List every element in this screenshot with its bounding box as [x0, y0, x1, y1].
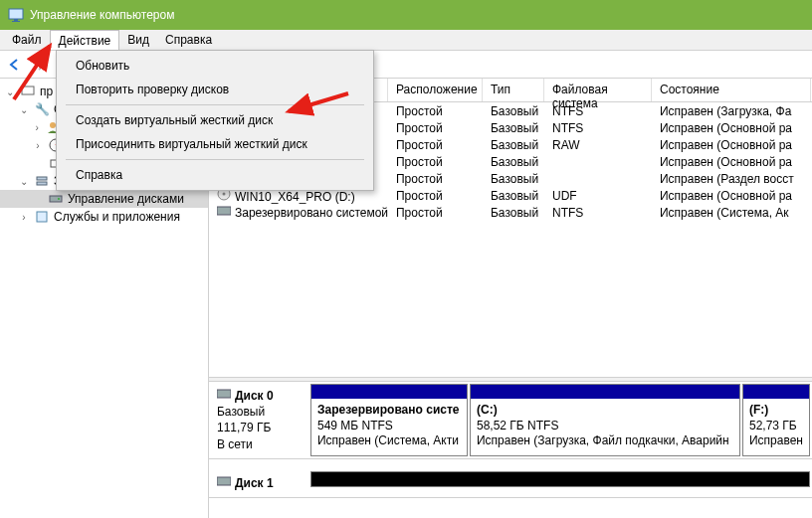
window-title: Управление компьютером	[30, 8, 174, 22]
svg-rect-7	[37, 177, 47, 180]
svg-rect-2	[12, 21, 20, 22]
expander-icon[interactable]: ›	[32, 122, 42, 133]
table-row[interactable]: Зарезервировано системойПростойБазовыйNT…	[209, 204, 812, 221]
disk-row[interactable]: Диск 1	[209, 469, 812, 498]
volume-icon	[217, 205, 231, 217]
disk-row[interactable]: Диск 0 Базовый 111,79 ГБ В сети Зарезерв…	[209, 382, 812, 459]
tree-disk-management[interactable]: Управление дисками	[0, 190, 208, 208]
disk-icon	[48, 192, 64, 206]
svg-rect-21	[217, 477, 231, 485]
menu-attach-vhd[interactable]: Присоединить виртуальный жесткий диск	[60, 132, 370, 156]
col-state[interactable]: Состояние	[652, 79, 811, 101]
disk-icon	[217, 475, 231, 491]
disk-map[interactable]: Диск 0 Базовый 111,79 ГБ В сети Зарезерв…	[209, 382, 812, 518]
menu-refresh[interactable]: Обновить	[60, 54, 370, 78]
partition[interactable]	[310, 471, 810, 487]
svg-line-22	[14, 46, 50, 99]
expander-icon[interactable]: ›	[32, 140, 44, 151]
partition[interactable]: (C:) 58,52 ГБ NTFS Исправен (Загрузка, Ф…	[470, 384, 740, 456]
svg-rect-0	[9, 9, 23, 19]
svg-rect-20	[217, 390, 231, 398]
app-icon	[8, 7, 24, 23]
svg-line-23	[289, 93, 348, 111]
svg-point-18	[222, 193, 225, 196]
svg-rect-11	[37, 212, 47, 222]
menu-help[interactable]: Справка	[157, 30, 220, 50]
svg-rect-8	[37, 182, 47, 185]
storage-icon	[34, 174, 50, 188]
menu-view[interactable]: Вид	[119, 30, 157, 50]
svg-rect-19	[217, 207, 231, 215]
col-location[interactable]: Расположение	[388, 79, 483, 101]
menubar: Файл Действие Вид Справка	[0, 30, 812, 51]
col-type[interactable]: Тип	[483, 79, 544, 101]
partition[interactable]: Зарезервировано систе 549 МБ NTFS Исправ…	[310, 384, 468, 456]
col-filesystem[interactable]: Файловая система	[544, 79, 652, 101]
svg-rect-9	[50, 196, 62, 202]
titlebar: Управление компьютером	[0, 0, 812, 30]
svg-point-10	[58, 198, 60, 200]
disk-icon	[217, 388, 231, 404]
menu-separator	[66, 159, 364, 160]
partition[interactable]: (F:) 52,73 ГБ Исправен	[742, 384, 810, 456]
annotation-arrow	[6, 38, 66, 107]
svg-rect-1	[14, 19, 18, 21]
tree-services-apps[interactable]: › Службы и приложения	[0, 208, 208, 226]
annotation-arrow	[277, 84, 356, 123]
expander-icon[interactable]: ⌄	[18, 176, 30, 187]
services-icon	[34, 210, 50, 224]
expander-icon[interactable]: ›	[18, 212, 30, 223]
disk-info: Диск 0 Базовый 111,79 ГБ В сети	[209, 382, 308, 458]
menu-help[interactable]: Справка	[60, 163, 370, 187]
disk-info: Диск 1	[209, 469, 308, 497]
